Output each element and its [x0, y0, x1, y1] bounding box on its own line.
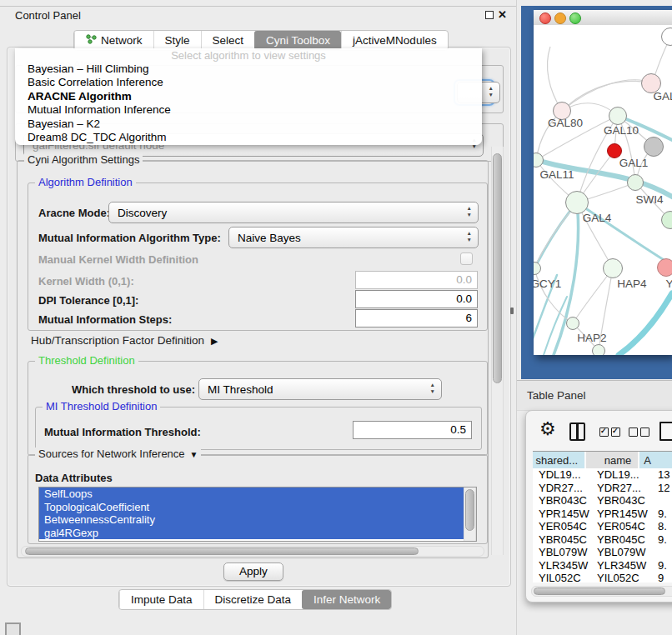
algorithm-list-item[interactable]: Dream8 DC_TDC Algorithm — [15, 131, 482, 144]
cell-name: YER054C — [594, 520, 654, 533]
attribute-list-item[interactable]: BetweennessCentrality — [39, 513, 470, 527]
docked-window-icon[interactable] — [5, 622, 21, 635]
mi-type-value: Naive Bayes — [238, 232, 301, 244]
select-all-icon[interactable] — [599, 427, 623, 439]
network-window-titlebar[interactable] — [534, 10, 672, 26]
settings-horizontal-scrollbar[interactable] — [21, 546, 484, 557]
table-horizontal-scrollbar[interactable] — [531, 586, 672, 597]
table-row[interactable]: YBR045C YBR045C 9. — [533, 533, 672, 547]
dropdown-placeholder: Select algorithm to view settings — [15, 48, 482, 62]
which-threshold-label: Which threshold to use: — [72, 383, 195, 396]
table-row[interactable]: YLR345W YLR345W 9. — [533, 559, 672, 572]
kernel-width-field[interactable]: 0.0 — [355, 271, 478, 289]
combo-arrows-icon: ▲▼ — [430, 382, 435, 395]
data-attributes-list: SelfLoops TopologicalCoefficient Between… — [38, 487, 477, 542]
data-attributes-label: Data Attributes — [35, 472, 113, 484]
algorithm-list-item[interactable]: Basic Correlation Inference — [15, 76, 482, 89]
algorithm-list-item[interactable]: Bayesian – Hill Climbing — [15, 62, 482, 76]
table-row[interactable]: YDR27... YDR27... 12 — [533, 482, 672, 495]
mi-threshold-field[interactable]: 0.5 — [353, 421, 472, 439]
control-panel-tab[interactable]: jActiveMNodules — [341, 31, 448, 50]
network-node[interactable] — [627, 174, 644, 191]
cell-shared-name: YER054C — [533, 520, 594, 533]
network-node[interactable] — [657, 258, 672, 277]
network-node[interactable] — [592, 344, 605, 355]
table-panel-bar: Table Panel — [517, 380, 672, 411]
attribute-list-item[interactable]: SelfLoops — [39, 488, 470, 501]
mi-type-combobox[interactable]: Naive Bayes ▲▼ — [228, 227, 479, 248]
apply-button[interactable]: Apply — [223, 562, 283, 581]
close-icon[interactable] — [498, 8, 507, 21]
column-header[interactable]: shared... — [533, 452, 586, 469]
sources-group-title[interactable]: Sources for Network Inference — [35, 448, 201, 460]
cell-shared-name: YBR043C — [533, 494, 594, 508]
algorithm-list-item[interactable]: ARACNE Algorithm — [15, 90, 482, 103]
zoom-traffic-light-icon[interactable] — [569, 12, 581, 24]
network-node[interactable] — [644, 137, 664, 157]
network-node[interactable] — [566, 317, 579, 330]
network-node-label: GAL1 — [584, 157, 672, 169]
network-node-label: GAL4 — [547, 212, 647, 224]
algorithm-list-item[interactable]: Bayesian – K2 — [15, 118, 482, 131]
manual-kernel-checkbox[interactable] — [460, 252, 473, 265]
table-panel-window: shared... name A YDL19... YDL19... 13 YD… — [525, 410, 672, 602]
mi-type-label: Mutual Information Algorithm Type: — [38, 232, 221, 244]
cell-name: YPR145W — [594, 508, 654, 521]
table-row[interactable]: YIL052C YIL052C 9 — [533, 572, 672, 582]
algorithm-label: Bayesian – K2 — [28, 118, 100, 130]
control-panel-tab[interactable]: Network — [74, 31, 153, 50]
aracne-mode-label: Aracne Mode: — [38, 207, 110, 219]
table-row[interactable]: YPR145W YPR145W 9. — [533, 508, 672, 521]
table-row[interactable]: YER054C YER054C 8. — [533, 520, 672, 533]
network-node-label: HAP2 — [542, 332, 642, 344]
bottom-tab[interactable]: Discretize Data — [203, 590, 303, 609]
table-row[interactable]: YBR043C YBR043C — [533, 494, 672, 508]
attribute-list-item[interactable]: TopologicalCoefficient — [39, 501, 470, 514]
minimize-traffic-light-icon[interactable] — [554, 12, 566, 24]
algorithm-list: Bayesian – Hill Climbing Basic Correlati… — [15, 62, 482, 144]
column-header[interactable]: A — [639, 452, 672, 469]
combo-arrows-icon: ▲▼ — [489, 85, 494, 98]
gear-icon[interactable] — [539, 420, 556, 438]
network-node[interactable] — [565, 191, 589, 214]
cell-name: YBR043C — [594, 494, 654, 508]
algorithm-label: Dream8 DC_TDC Algorithm — [28, 131, 167, 143]
control-panel-tab[interactable]: Style — [153, 31, 201, 50]
split-columns-icon[interactable] — [569, 422, 585, 441]
control-panel-tab[interactable]: Cyni Toolbox — [254, 31, 341, 50]
panel-divider-grip[interactable] — [510, 308, 514, 314]
network-node[interactable] — [603, 258, 623, 278]
table-row[interactable]: YDL19... YDL19... 13 — [533, 468, 672, 482]
bottom-tab[interactable]: Impute Data — [119, 590, 203, 609]
table-row[interactable]: YBL079W YBL079W — [533, 546, 672, 559]
hub-definition-expander[interactable]: Hub/Transcription Factor Definition — [31, 334, 218, 347]
network-canvas[interactable]: GALGAL80GAL10GAL1GAL11SWI4GAL4GCY1HAP4YH… — [534, 25, 672, 355]
deselect-all-icon[interactable] — [629, 427, 652, 439]
dpi-tolerance-field[interactable]: 0.0 — [355, 290, 478, 308]
control-panel-tab[interactable]: Select — [201, 31, 255, 50]
table-header: shared... name A — [533, 451, 672, 470]
bottom-tab[interactable]: Infer Network — [302, 590, 391, 609]
cell-shared-name: YDL19... — [533, 468, 594, 482]
cell-value: 9. — [654, 533, 672, 547]
panel-divider[interactable] — [516, 0, 517, 635]
which-threshold-combobox[interactable]: MI Threshold ▲▼ — [198, 378, 442, 400]
table-panel-title: Table Panel — [527, 389, 586, 402]
threshold-definition-title: Threshold Definition — [35, 354, 138, 367]
network-node-label: GAL11 — [534, 168, 607, 181]
close-traffic-light-icon[interactable] — [539, 12, 551, 24]
algorithm-label: Basic Correlation Inference — [28, 76, 163, 88]
attribute-list-scrollbar[interactable] — [464, 488, 476, 541]
column-header[interactable]: name — [586, 452, 639, 469]
mi-steps-field[interactable]: 6 — [355, 309, 478, 328]
export-table-icon[interactable] — [659, 422, 672, 441]
column-header-label: shared... — [536, 454, 579, 467]
float-window-icon[interactable] — [485, 11, 494, 19]
mi-threshold-group-title: MI Threshold Definition — [43, 400, 160, 412]
settings-vertical-scrollbar[interactable] — [491, 147, 504, 555]
aracne-mode-combobox[interactable]: Discovery ▲▼ — [108, 202, 479, 223]
aracne-mode-value: Discovery — [118, 207, 167, 219]
attribute-list-item[interactable]: gal4RGexp — [39, 527, 470, 540]
cell-name: YDR27... — [594, 482, 654, 495]
algorithm-list-item[interactable]: Mutual Information Inference — [15, 103, 482, 117]
